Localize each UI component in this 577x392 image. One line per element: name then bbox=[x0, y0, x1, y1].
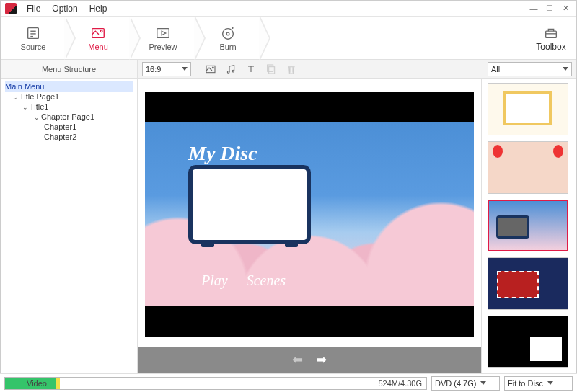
svg-rect-10 bbox=[546, 31, 557, 37]
chevron-down-icon bbox=[480, 381, 486, 385]
template-filter: All bbox=[483, 60, 576, 78]
preview-icon bbox=[154, 25, 172, 41]
step-source[interactable]: Source bbox=[1, 17, 66, 59]
menu-help[interactable]: Help bbox=[84, 4, 113, 14]
workflow-toolbar: Source Menu Preview Burn Toolbox bbox=[1, 17, 576, 60]
menu-icon bbox=[89, 25, 107, 41]
template-thumbnails[interactable] bbox=[481, 79, 576, 373]
tree-title-page[interactable]: Title Page1 bbox=[5, 92, 133, 102]
menubar: File Option Help — ☐ ✕ bbox=[1, 1, 576, 17]
svg-rect-6 bbox=[157, 28, 169, 37]
fit-mode-select[interactable]: Fit to Disc bbox=[504, 376, 573, 391]
toolbox-button[interactable]: Toolbox bbox=[526, 17, 576, 59]
filter-value: All bbox=[491, 65, 500, 74]
main-area: Main Menu Title Page1 Title1 Chapter Pag… bbox=[1, 79, 576, 373]
menu-file[interactable]: File bbox=[21, 4, 46, 14]
copy-icon bbox=[265, 63, 278, 76]
step-label: Source bbox=[21, 43, 46, 51]
video-letterbox: My Disc Play Scenes bbox=[145, 92, 474, 337]
aspect-wrap: 16:9 bbox=[138, 60, 302, 78]
disc-menu-links: Play Scenes bbox=[201, 272, 286, 289]
svg-point-14 bbox=[227, 71, 229, 73]
image-icon[interactable] bbox=[204, 63, 217, 76]
window-controls: — ☐ ✕ bbox=[527, 4, 572, 14]
svg-point-15 bbox=[232, 70, 234, 72]
delete-icon bbox=[285, 63, 298, 76]
template-thumb-2[interactable] bbox=[488, 141, 568, 194]
next-arrow-icon[interactable]: ➡ bbox=[316, 352, 327, 368]
template-thumb-3[interactable] bbox=[488, 200, 568, 252]
tree-title[interactable]: Title1 bbox=[5, 102, 133, 112]
text-icon[interactable] bbox=[245, 63, 257, 76]
chevron-down-icon bbox=[563, 67, 568, 71]
step-label: Preview bbox=[149, 43, 177, 51]
disc-type-value: DVD (4.7G) bbox=[435, 379, 476, 388]
template-filter-select[interactable]: All bbox=[488, 62, 572, 76]
play-link[interactable]: Play bbox=[201, 272, 228, 289]
template-thumb-1[interactable] bbox=[488, 83, 568, 135]
tree-chapter2[interactable]: Chapter2 bbox=[5, 132, 133, 142]
edit-tools bbox=[197, 63, 298, 76]
music-icon[interactable] bbox=[224, 63, 237, 76]
svg-rect-18 bbox=[269, 66, 275, 73]
prev-arrow-icon: ⬅ bbox=[292, 352, 303, 368]
svg-point-8 bbox=[223, 28, 234, 39]
chevron-down-icon bbox=[547, 381, 553, 385]
usage-label: Video bbox=[5, 379, 47, 388]
template-thumb-5[interactable] bbox=[488, 316, 568, 368]
usage-fill-warning bbox=[56, 378, 60, 389]
video-thumbnail-frame[interactable] bbox=[188, 165, 311, 244]
menu-structure-tree: Main Menu Title Page1 Title1 Chapter Pag… bbox=[1, 79, 138, 373]
chevron-down-icon bbox=[182, 67, 188, 71]
disc-title[interactable]: My Disc bbox=[188, 142, 257, 165]
svg-point-13 bbox=[212, 67, 213, 68]
disc-type-select[interactable]: DVD (4.7G) bbox=[431, 376, 500, 391]
usage-size: 524M/4.30G bbox=[378, 379, 426, 388]
tree-main-menu[interactable]: Main Menu bbox=[5, 81, 133, 92]
preview-stage: My Disc Play Scenes bbox=[138, 79, 481, 347]
toolbox-label: Toolbox bbox=[536, 42, 565, 52]
step-menu[interactable]: Menu bbox=[66, 17, 131, 59]
options-row: Menu Structure 16:9 All bbox=[1, 60, 576, 79]
app-logo bbox=[5, 3, 17, 14]
step-label: Burn bbox=[219, 43, 236, 51]
toolbox-icon bbox=[542, 24, 560, 40]
preview-navbar: ⬅ ➡ bbox=[138, 347, 481, 373]
svg-rect-19 bbox=[268, 65, 273, 71]
tree-chapter-page[interactable]: Chapter Page1 bbox=[5, 112, 133, 122]
minimize-button[interactable]: — bbox=[527, 4, 540, 14]
close-button[interactable]: ✕ bbox=[559, 4, 572, 14]
aspect-ratio-select[interactable]: 16:9 bbox=[142, 62, 191, 76]
template-thumb-4[interactable] bbox=[488, 257, 568, 310]
burn-icon bbox=[219, 25, 237, 41]
menu-option[interactable]: Option bbox=[46, 4, 83, 14]
disc-usage-bar: Video 524M/4.30G bbox=[4, 377, 427, 390]
source-icon bbox=[25, 25, 42, 41]
menu-preview-frame[interactable]: My Disc Play Scenes bbox=[145, 122, 474, 306]
structure-title: Menu Structure bbox=[1, 60, 138, 78]
svg-marker-7 bbox=[162, 31, 166, 35]
svg-point-5 bbox=[100, 30, 102, 32]
tree-chapter1[interactable]: Chapter1 bbox=[5, 122, 133, 132]
aspect-value: 16:9 bbox=[146, 65, 161, 74]
fit-mode-value: Fit to Disc bbox=[508, 379, 543, 388]
step-label: Menu bbox=[88, 43, 108, 51]
scenes-link[interactable]: Scenes bbox=[247, 272, 286, 289]
preview-pane: My Disc Play Scenes ⬅ ➡ bbox=[138, 79, 481, 373]
svg-point-9 bbox=[226, 32, 229, 35]
status-bar: Video 524M/4.30G DVD (4.7G) Fit to Disc bbox=[0, 373, 577, 392]
maximize-button[interactable]: ☐ bbox=[543, 4, 556, 14]
step-burn[interactable]: Burn bbox=[195, 17, 260, 59]
step-preview[interactable]: Preview bbox=[131, 17, 195, 59]
